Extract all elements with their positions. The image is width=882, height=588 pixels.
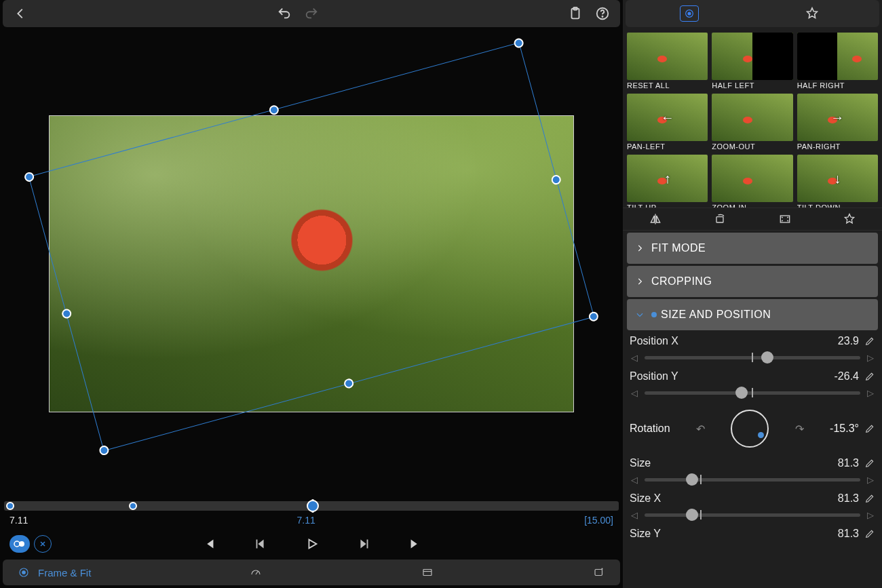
preset-tilt-down[interactable]: ↓TILT-DOWN bbox=[797, 155, 878, 208]
transform-handle[interactable] bbox=[24, 171, 35, 182]
playhead[interactable] bbox=[311, 499, 314, 513]
nudge-right-icon[interactable]: ▷ bbox=[866, 388, 875, 398]
svg-point-10 bbox=[688, 12, 691, 15]
param-value: 81.3 bbox=[838, 528, 859, 540]
section-cropping[interactable]: CROPPING bbox=[627, 266, 878, 297]
keyframe-toggle[interactable] bbox=[9, 535, 30, 553]
undo-button[interactable] bbox=[271, 0, 298, 27]
flip-horizontal-button[interactable] bbox=[642, 205, 669, 233]
param-label: Position Y bbox=[630, 370, 678, 383]
section-fit-mode[interactable]: FIT MODE bbox=[627, 233, 878, 264]
edit-icon[interactable] bbox=[864, 423, 875, 434]
param-value: -26.4 bbox=[835, 370, 859, 383]
rotate-ccw-icon[interactable]: ↶ bbox=[696, 423, 705, 435]
preset-tilt-up[interactable]: ↑TILT-UP bbox=[627, 155, 708, 208]
svg-point-4 bbox=[14, 541, 20, 547]
preset-pan-right[interactable]: →PAN-RIGHT bbox=[797, 94, 878, 151]
rotate-button[interactable] bbox=[706, 205, 733, 233]
nudge-left-icon[interactable]: ◁ bbox=[630, 353, 639, 363]
inspector-topbar bbox=[626, 0, 879, 27]
go-end-button[interactable] bbox=[402, 530, 429, 557]
param-label: Size bbox=[630, 457, 651, 469]
transform-handle[interactable] bbox=[513, 37, 524, 49]
tab-frame-fit[interactable]: Frame & Fit bbox=[16, 566, 91, 579]
back-button[interactable] bbox=[7, 0, 34, 27]
section-label: FIT MODE bbox=[651, 242, 706, 254]
preset-zoom-in[interactable]: ZOOM-IN bbox=[712, 155, 792, 208]
preset-pan-left[interactable]: ←PAN-LEFT bbox=[627, 94, 708, 151]
transform-handle[interactable] bbox=[588, 311, 599, 322]
nudge-left-icon[interactable]: ◁ bbox=[630, 510, 639, 520]
timeline-scrubber[interactable] bbox=[4, 501, 619, 511]
tab-label: Frame & Fit bbox=[38, 567, 91, 579]
rotate-cw-icon[interactable]: ↷ bbox=[795, 423, 804, 435]
edit-icon[interactable] bbox=[864, 336, 875, 347]
param-value: 81.3 bbox=[838, 492, 859, 505]
preset-half-left[interactable]: HALF LEFT bbox=[712, 33, 792, 90]
preset-zoom-out[interactable]: ZOOM-OUT bbox=[712, 94, 792, 151]
param-value: 81.3 bbox=[838, 457, 859, 469]
param-label: Rotation bbox=[630, 423, 670, 435]
slider-position-y[interactable] bbox=[645, 385, 860, 400]
nudge-left-icon[interactable]: ◁ bbox=[630, 475, 639, 485]
edit-icon[interactable] bbox=[864, 528, 875, 539]
preset-half-right[interactable]: HALF RIGHT bbox=[797, 33, 878, 90]
edit-icon[interactable] bbox=[864, 371, 875, 382]
nudge-right-icon[interactable]: ▷ bbox=[866, 475, 875, 485]
transport-bar bbox=[3, 528, 620, 560]
slider-size[interactable] bbox=[645, 472, 860, 487]
svg-point-5 bbox=[19, 541, 24, 547]
params-panel: Position X 23.9 ◁ ▷ Posi bbox=[623, 332, 882, 588]
help-button[interactable] bbox=[589, 0, 616, 27]
param-label: Size Y bbox=[630, 528, 661, 540]
slider-position-x[interactable] bbox=[645, 350, 860, 365]
tab-media[interactable] bbox=[420, 566, 435, 579]
keyframe-marker[interactable] bbox=[129, 502, 137, 510]
param-rotation: Rotation ↶ ↷ -15.3° bbox=[630, 410, 875, 448]
fit-button[interactable] bbox=[771, 205, 799, 233]
rotation-dial[interactable] bbox=[731, 410, 769, 448]
section-size-position[interactable]: SIZE AND POSITION bbox=[627, 299, 878, 330]
tab-speed[interactable] bbox=[248, 566, 263, 579]
section-label: CROPPING bbox=[651, 275, 712, 288]
time-readout: 7.11 7.11 [15.00] bbox=[3, 511, 620, 528]
favorite-button[interactable] bbox=[836, 205, 863, 233]
param-size-y: Size Y 81.3 bbox=[630, 528, 875, 540]
svg-rect-8 bbox=[423, 570, 432, 576]
param-label: Size X bbox=[630, 492, 661, 505]
section-label: SIZE AND POSITION bbox=[661, 309, 771, 321]
keyframe-marker[interactable] bbox=[6, 502, 14, 510]
inspector-tab-presets[interactable] bbox=[680, 5, 699, 22]
svg-point-3 bbox=[602, 16, 602, 17]
transform-tool-row bbox=[623, 208, 882, 231]
nudge-right-icon[interactable]: ▷ bbox=[866, 353, 875, 363]
time-current: 7.11 bbox=[297, 515, 315, 526]
nudge-left-icon[interactable]: ◁ bbox=[630, 388, 639, 398]
edit-icon[interactable] bbox=[864, 458, 875, 469]
play-button[interactable] bbox=[299, 530, 326, 557]
inspector-tab-favorites[interactable] bbox=[799, 0, 826, 27]
param-value: -15.3° bbox=[830, 423, 859, 435]
param-size-x: Size X 81.3 ◁ ▷ bbox=[630, 492, 875, 522]
go-start-button[interactable] bbox=[195, 530, 223, 557]
slider-size-x[interactable] bbox=[645, 507, 860, 522]
transform-handle[interactable] bbox=[268, 104, 280, 116]
transform-handle[interactable] bbox=[98, 444, 110, 456]
step-fwd-button[interactable] bbox=[350, 530, 377, 557]
preset-grid: RESET ALL HALF LEFT HALF RIGHT ←PAN-LEFT… bbox=[623, 28, 882, 208]
tab-effects[interactable] bbox=[592, 566, 607, 579]
keyframe-clear[interactable] bbox=[34, 535, 52, 553]
svg-point-6 bbox=[22, 571, 26, 574]
step-back-button[interactable] bbox=[247, 530, 274, 557]
preview-canvas[interactable] bbox=[0, 28, 623, 499]
main-topbar bbox=[3, 0, 620, 27]
time-start: 7.11 bbox=[9, 515, 28, 526]
preset-reset-all[interactable]: RESET ALL bbox=[627, 33, 708, 90]
time-duration: [15.00] bbox=[584, 515, 613, 526]
nudge-right-icon[interactable]: ▷ bbox=[866, 510, 875, 520]
svg-rect-9 bbox=[595, 570, 602, 576]
edit-icon[interactable] bbox=[864, 493, 875, 504]
param-position-y: Position Y -26.4 ◁ ▷ bbox=[630, 370, 875, 400]
redo-button[interactable] bbox=[298, 0, 325, 27]
clipboard-button[interactable] bbox=[562, 0, 589, 27]
